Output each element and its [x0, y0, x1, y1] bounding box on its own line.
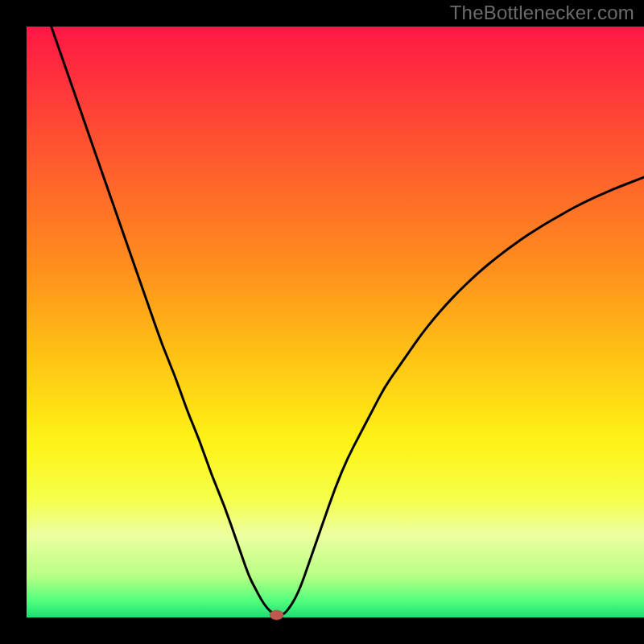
chart-background: [27, 27, 644, 617]
chart-container: TheBottlenecker.com: [0, 0, 644, 644]
bottleneck-chart: [0, 0, 644, 644]
watermark-text: TheBottlenecker.com: [450, 2, 634, 24]
optimal-point-marker: [270, 610, 283, 620]
